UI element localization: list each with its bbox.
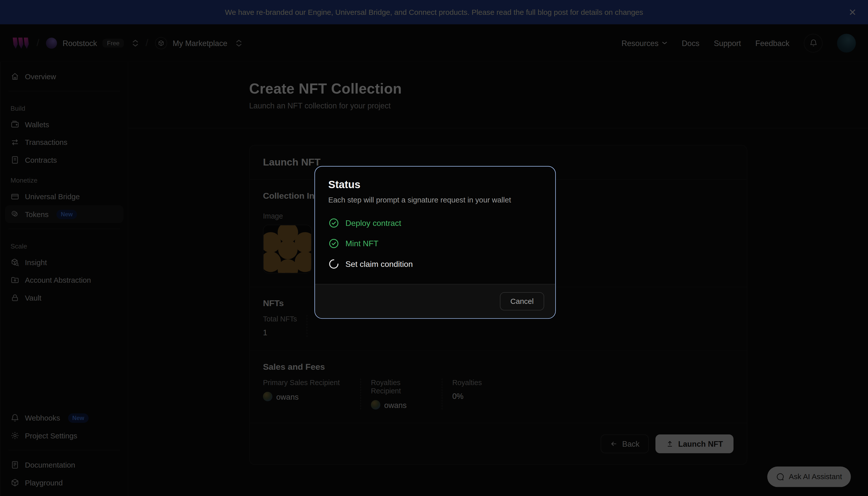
cancel-button[interactable]: Cancel bbox=[500, 292, 544, 311]
check-circle-icon bbox=[328, 238, 339, 249]
step-label: Mint NFT bbox=[345, 239, 378, 248]
step-mint-nft: Mint NFT bbox=[328, 238, 542, 249]
modal-subtitle: Each step will prompt a signature reques… bbox=[328, 196, 542, 204]
modal-title: Status bbox=[328, 179, 542, 191]
spinner-icon bbox=[328, 259, 339, 269]
app-root: We have re-branded our Engine, Universal… bbox=[0, 0, 868, 496]
check-circle-icon bbox=[328, 218, 339, 229]
status-modal: Status Each step will prompt a signature… bbox=[314, 166, 556, 319]
status-modal-body: Status Each step will prompt a signature… bbox=[315, 167, 555, 284]
step-deploy-contract: Deploy contract bbox=[328, 218, 542, 229]
step-label: Set claim condition bbox=[345, 260, 413, 268]
status-steps: Deploy contract Mint NFT Set claim condi… bbox=[328, 218, 542, 269]
cancel-button-label: Cancel bbox=[511, 297, 533, 306]
step-label: Deploy contract bbox=[345, 219, 401, 227]
step-set-claim-condition: Set claim condition bbox=[328, 259, 542, 269]
status-modal-footer: Cancel bbox=[315, 284, 555, 318]
